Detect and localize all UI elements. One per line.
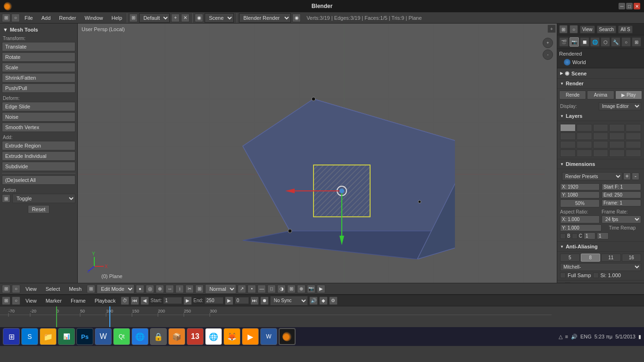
layer-7[interactable] [577, 132, 592, 140]
tray-volume-icon[interactable]: 🔊 [571, 334, 578, 340]
taskbar-start-button[interactable]: ⊞ [3, 328, 20, 345]
display-select[interactable]: Image Editor [599, 102, 641, 110]
editor-type-icon[interactable]: ⊞ [2, 14, 10, 22]
normal-select[interactable]: Normal [205, 284, 236, 294]
layer-16[interactable] [560, 149, 576, 157]
transform-icon[interactable]: ↔ [165, 285, 174, 293]
aa-5-button[interactable]: 5 [560, 254, 580, 262]
taskbar-badge[interactable]: 13 [187, 328, 204, 345]
timeline-playback-item[interactable]: Playback [91, 297, 120, 304]
taskbar-vlc[interactable]: ▶ [242, 328, 259, 345]
tr2-input[interactable] [597, 232, 609, 239]
timeline-audio-icon[interactable]: 🔊 [309, 296, 318, 305]
vertex-icon[interactable]: • [248, 285, 256, 293]
viewport-fullscreen-icon[interactable]: ○ [12, 285, 20, 293]
motion-blur-checkbox[interactable] [565, 282, 570, 283]
action-select[interactable]: Toggle [12, 194, 75, 203]
world-properties-icon[interactable]: 🌐 [590, 37, 600, 47]
layer-13[interactable] [593, 141, 609, 148]
layout-remove-icon[interactable]: ✕ [181, 14, 190, 22]
start-f-input[interactable] [602, 183, 641, 190]
fullscreen-icon[interactable]: ○ [11, 14, 20, 22]
asp-x-input[interactable] [560, 215, 600, 223]
dimensions-section-header[interactable]: ▼ Dimensions [557, 159, 644, 169]
taskbar-photoshop[interactable]: Ps [76, 328, 93, 345]
shading-icon[interactable]: ◑ [277, 285, 286, 293]
viewport-3d[interactable]: User Persp (Local) + [78, 24, 557, 283]
taskbar-skype[interactable]: S [21, 328, 38, 345]
sync-select[interactable]: No Sync [270, 296, 308, 305]
res-x-input[interactable] [560, 183, 600, 190]
transform2-icon[interactable]: ↕ [175, 285, 184, 293]
mode-select[interactable]: Edit Mode [97, 284, 134, 294]
timeline-prev-icon[interactable]: ◀ [140, 296, 149, 305]
motion-blur-section[interactable]: ▶ Sampled Motion Blur [557, 280, 644, 283]
taskbar-lock[interactable]: 🔒 [150, 328, 167, 345]
mode-icon[interactable]: ⊞ [87, 285, 95, 293]
right-panel-type-icon[interactable]: ⊞ [559, 25, 568, 33]
end-f-input[interactable] [602, 191, 641, 198]
layer-3[interactable] [593, 124, 609, 132]
object-properties-icon[interactable]: ⬡ [601, 37, 610, 47]
layer-15[interactable] [626, 141, 641, 148]
b-checkbox[interactable] [560, 233, 566, 239]
rotate-button[interactable]: Rotate [2, 52, 75, 62]
render-play-button[interactable]: ▶ Play [615, 90, 642, 99]
view-menu-item[interactable]: View [22, 285, 41, 293]
reset-button[interactable]: Reset [28, 205, 50, 214]
layer-19[interactable] [609, 149, 625, 157]
full-samp-checkbox[interactable] [560, 272, 566, 278]
timeline-screen-icon[interactable]: ○ [12, 296, 20, 305]
menu-file[interactable]: File [21, 14, 37, 22]
asp-y-input[interactable] [560, 224, 602, 231]
snap-icon[interactable]: ⊕ [156, 285, 164, 293]
tray-show-desktop[interactable]: ▮ [638, 334, 641, 340]
menu-window[interactable]: Window [81, 14, 107, 22]
edge-icon[interactable]: ― [257, 285, 266, 293]
aa-8-button[interactable]: 8 [581, 254, 601, 262]
render-animation-button[interactable]: Anima [587, 90, 614, 99]
timeline-keyframe-icon[interactable]: ◆ [319, 296, 328, 305]
maximize-button[interactable]: □ [626, 3, 633, 9]
pivot-type-icon[interactable]: ◎ [146, 285, 154, 293]
render-presets-select[interactable]: Render Presets [562, 172, 622, 181]
tab-search[interactable]: Search [597, 25, 617, 33]
timeline-frame-item[interactable]: Frame [67, 297, 90, 304]
tray-network-icon[interactable]: ≡ [565, 334, 568, 339]
timeline-next-icon[interactable]: ▶ [225, 296, 233, 305]
tray-expand-icon[interactable]: △ [559, 334, 562, 340]
viewport-corner-button[interactable]: + [547, 25, 556, 33]
manipulator-icon[interactable]: ⊕ [297, 285, 305, 293]
aa-filter-select[interactable]: Mitchell- [560, 263, 641, 271]
timeline-type-icon[interactable]: ⊞ [2, 296, 10, 305]
c-checkbox[interactable] [572, 233, 578, 239]
mesh-menu-item[interactable]: Mesh [65, 285, 85, 293]
render-section-header[interactable]: ▼ Render [557, 79, 644, 89]
layer-12[interactable] [577, 141, 592, 148]
face-icon[interactable]: □ [267, 285, 276, 293]
subdivide-button[interactable]: Subdivide [2, 162, 75, 171]
pivot-icon[interactable]: ● [136, 285, 144, 293]
taskbar-excel[interactable]: 📊 [58, 328, 75, 345]
action-icon[interactable]: ⊞ [2, 194, 10, 203]
zoom-in-button[interactable]: + [543, 38, 553, 48]
extrude-individual-button[interactable]: Extrude Individual [2, 151, 75, 161]
layer-1[interactable] [560, 124, 576, 132]
preset-remove-button[interactable]: - [632, 173, 639, 180]
render-settings-icon[interactable]: 📷 [570, 37, 579, 47]
layer-6[interactable] [560, 132, 576, 140]
edge-slide-button[interactable]: Edge Slide [2, 102, 75, 111]
knife-icon[interactable]: ✂ [185, 285, 194, 293]
noise-button[interactable]: Noise [2, 112, 75, 122]
viewport-type-icon[interactable]: ⊞ [2, 285, 10, 293]
taskbar-package[interactable]: 📦 [168, 328, 185, 345]
layer-14[interactable] [609, 141, 625, 148]
panel-collapse-icon[interactable]: ▼ [3, 27, 8, 33]
zoom-out-button[interactable]: - [543, 49, 553, 60]
layer-8[interactable] [593, 132, 609, 140]
aa-11-button[interactable]: 11 [601, 254, 621, 262]
layer-4[interactable] [609, 124, 625, 132]
world-item[interactable]: World [559, 58, 642, 67]
layer-5[interactable] [626, 124, 641, 132]
aa-16-button[interactable]: 16 [622, 254, 642, 262]
